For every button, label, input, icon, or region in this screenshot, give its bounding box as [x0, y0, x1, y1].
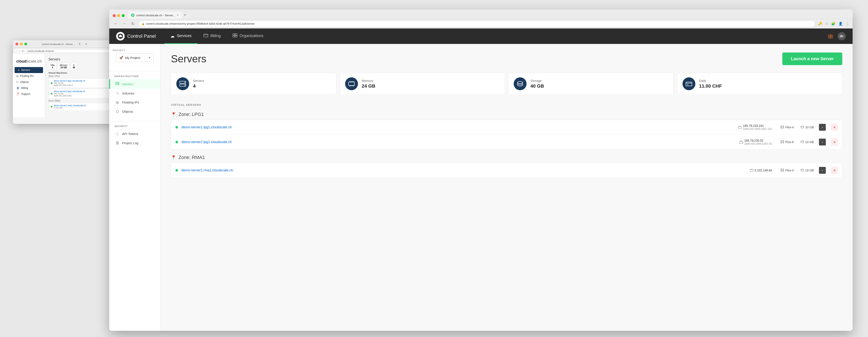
nav-right: 💼 dc — [828, 32, 846, 40]
sidebar-security-section: Security ◌ API Tokens ☰ Project Log — [109, 125, 160, 148]
detail-arrow-rma1-1[interactable]: › — [819, 167, 826, 174]
nav-item-services[interactable]: ☁ Services — [164, 29, 197, 44]
storage-label-lpg1-2: 10 GB — [805, 140, 814, 144]
svg-rect-23 — [352, 86, 352, 86]
bg-server-name-1[interactable]: demo-server2.lpg1.cloudscale.ch — [54, 90, 85, 93]
sidebar-projectlog-label: Project Log — [122, 141, 138, 145]
delete-btn-rma1-1[interactable]: ✕ — [831, 167, 838, 174]
bg-status-dot-1 — [51, 93, 53, 94]
bg-server-name-2[interactable]: demo-server1.rma1.cloudscale.ch — [54, 104, 86, 107]
stat-storage-icon — [514, 77, 527, 90]
server-name-lpg1-1[interactable]: demo-server1.lpg1.cloudscale.ch — [181, 125, 735, 129]
stat-servers-label: Servers — [193, 79, 204, 83]
bg-billing-icon: 🏦 — [16, 87, 20, 90]
table-row: demo-server1.rma1.cloudscale.ch 5.102.14… — [171, 163, 842, 178]
project-selector[interactable]: 🚀 My Project ▾ — [116, 53, 154, 62]
ip-block-lpg1-1: 185.79.233.241 2a06:c02:1000:1262::241 — [738, 124, 772, 130]
stat-servers-value: 4 — [193, 83, 204, 89]
nav-billing-label: Billing — [210, 34, 221, 38]
reload-button[interactable]: ↻ — [130, 22, 136, 26]
bg-server-ipv6-1: 2a06:c02:1000:1264: — [54, 95, 85, 97]
network-icon — [738, 126, 742, 129]
extension-icon[interactable]: 🧩 — [831, 22, 835, 26]
forward-button[interactable]: → — [121, 22, 127, 26]
detail-arrow-lpg1-1[interactable]: › — [819, 124, 826, 131]
svg-rect-7 — [235, 36, 237, 37]
svg-rect-16 — [348, 82, 354, 86]
stat-memory-info: Memory 24 GB — [362, 79, 375, 89]
server-name-lpg1-2[interactable]: demo-server2.lpg1.cloudscale.ch — [181, 140, 736, 144]
bg-sidebar-floatingips[interactable]: ◎ Floating IPs — [13, 73, 45, 79]
traffic-lights — [113, 14, 125, 17]
tab-strip: control.cloudscale.ch - Server... ✕ + — [109, 9, 852, 19]
sidebar-item-apitokens[interactable]: ◌ API Tokens — [109, 129, 160, 139]
user-avatar[interactable]: dc — [838, 32, 846, 40]
bg-traffic-green[interactable] — [24, 43, 27, 45]
stats-row: Servers 4 — [171, 73, 842, 95]
bg-stat-s: S 40 — [71, 63, 77, 70]
objects-sidebar-icon: ⬡ — [115, 110, 120, 114]
bg-tab-close[interactable]: ✕ — [78, 42, 82, 45]
star-icon[interactable]: ☆ — [825, 22, 828, 26]
sidebar-item-projectlog[interactable]: ☰ Project Log — [109, 139, 160, 148]
chevron-down-icon: ▾ — [149, 56, 150, 60]
services-icon: ☁ — [170, 33, 175, 38]
browser-chrome: control.cloudscale.ch - Server... ✕ + ← … — [109, 9, 852, 29]
address-bar[interactable]: 🔒 control.cloudscale.ch/service/my-proje… — [138, 20, 815, 27]
bg-logo: cloudscale.ch — [13, 57, 45, 67]
launch-server-button[interactable]: Launch a new Server — [782, 53, 842, 65]
active-tab[interactable]: control.cloudscale.ch - Server... ✕ — [128, 11, 182, 19]
address-strip: ← → ↻ 🔒 control.cloudscale.ch/service/my… — [109, 19, 852, 28]
bg-reload-btn[interactable]: ↻ — [22, 50, 24, 52]
server-ip-lpg1-2: 185.79.235.52 — [744, 139, 772, 142]
new-tab-button[interactable]: + — [182, 12, 188, 18]
svg-rect-26 — [686, 82, 692, 86]
svg-rect-28 — [687, 84, 688, 85]
detail-arrow-lpg1-2[interactable]: › — [819, 139, 826, 146]
bg-sidebar-objects[interactable]: ⬡ Objects — [13, 79, 45, 85]
tab-close-btn[interactable]: ✕ — [177, 14, 179, 17]
sidebar-item-servers[interactable]: Servers — [109, 79, 160, 89]
page-content: Servers Launch a new Server — [161, 44, 852, 331]
bg-traffic-yellow[interactable] — [20, 43, 23, 45]
bg-status-dot-2 — [51, 106, 53, 108]
zone-lpg1-pin-icon: 📍 — [171, 112, 176, 117]
delete-btn-lpg1-1[interactable]: ✕ — [831, 124, 838, 131]
nav-item-billing[interactable]: Billing — [197, 29, 227, 44]
bg-new-tab[interactable]: + — [85, 42, 87, 46]
nav-item-organizations[interactable]: Organizations — [227, 29, 269, 44]
server-name-rma1-1[interactable]: demo-server1.rma1.cloudscale.ch — [181, 168, 747, 172]
sidebar-item-volumes[interactable]: ○ Volumes — [109, 89, 160, 98]
zone-rma1-header: 📍 Zone: RMA1 — [171, 155, 842, 160]
menu-icon[interactable]: ⋮ — [846, 22, 849, 26]
stat-servers-icon — [176, 77, 189, 90]
lock-icon: 🔒 — [142, 22, 145, 25]
ip-block-rma1-1: 5.102.148.84 — [750, 168, 772, 172]
bg-stat-mem: Memory 24 GB — [58, 63, 69, 70]
brand-logo — [116, 32, 125, 40]
traffic-light-red[interactable] — [113, 14, 116, 17]
bg-sidebar-servers[interactable]: ≡ Servers — [14, 67, 43, 73]
bg-traffic-red[interactable] — [16, 43, 18, 45]
user-icon[interactable]: 👤 — [838, 22, 843, 26]
network-icon-rma1 — [750, 169, 753, 172]
bg-server-name-0[interactable]: demo-server1.lpg1.cloudscale.ch — [54, 80, 85, 82]
project-rocket-icon: 🚀 — [119, 56, 123, 60]
traffic-light-green[interactable] — [122, 14, 125, 17]
sidebar-item-floatingips[interactable]: ◎ Floating IPs — [109, 98, 160, 107]
bg-stat-s-val: 40 — [73, 66, 75, 69]
stat-card-servers: Servers 4 — [171, 73, 336, 95]
traffic-light-yellow[interactable] — [117, 14, 120, 17]
back-button[interactable]: ← — [113, 22, 119, 26]
bg-back-btn[interactable]: ← — [15, 50, 17, 52]
app-layout: Control Panel ☁ Services Billing — [109, 29, 852, 331]
svg-rect-33 — [740, 142, 743, 143]
bg-forward-btn[interactable]: → — [19, 50, 21, 52]
delete-btn-lpg1-2[interactable]: ✕ — [831, 139, 838, 146]
sidebar-item-objects[interactable]: ⬡ Objects — [109, 107, 160, 116]
svg-rect-21 — [349, 86, 350, 86]
bg-sidebar-billing[interactable]: 🏦 Billing — [13, 85, 45, 91]
cpu-icon-rma1 — [781, 168, 784, 172]
key-icon: 🔑 — [818, 22, 822, 26]
bg-sidebar-support[interactable]: ❓ Support — [13, 91, 45, 97]
